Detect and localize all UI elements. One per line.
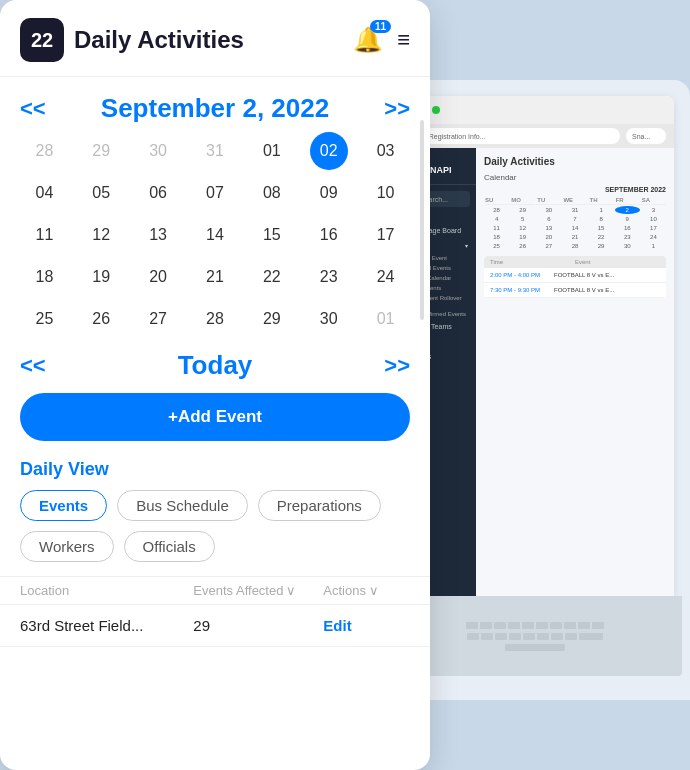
lap-cal-cell: 12	[510, 224, 535, 232]
calendar-day-cell[interactable]: 30	[139, 132, 177, 170]
next-month-button[interactable]: >>	[384, 96, 410, 122]
key	[466, 622, 478, 629]
edit-link[interactable]: Edit	[323, 617, 351, 634]
next-day-button[interactable]: >>	[384, 353, 410, 379]
add-event-button[interactable]: +Add Event	[20, 393, 410, 441]
calendar-day-cell[interactable]: 31	[196, 132, 234, 170]
lap-cal-cell: 27	[536, 242, 561, 250]
filter-pill-officials[interactable]: Officials	[124, 531, 215, 562]
app-title: Daily Activities	[74, 26, 343, 54]
key	[494, 622, 506, 629]
lap-cal-grid: SUMOTUWETHFRSA28293031123456789101112131…	[484, 196, 666, 250]
calendar-day-cell[interactable]: 12	[82, 216, 120, 254]
calendar-day-cell[interactable]: 28	[25, 132, 63, 170]
lap-cal-cell: 16	[615, 224, 640, 232]
calendar-day-cell[interactable]: 08	[253, 174, 291, 212]
lap-cal-cell: 21	[562, 233, 587, 241]
lap-cal-cell: 24	[641, 233, 666, 241]
filter-pill-events[interactable]: Events	[20, 490, 107, 521]
calendar-day-cell[interactable]: 05	[82, 174, 120, 212]
prev-day-button[interactable]: <<	[20, 353, 46, 379]
current-month-title: September 2, 2022	[101, 93, 329, 124]
lap-cal-day-header: WE	[562, 196, 587, 205]
calendar-day-cell[interactable]: 16	[310, 216, 348, 254]
calendar-week-row: 25262728293001	[16, 300, 414, 338]
calendar-day-cell[interactable]: 21	[196, 258, 234, 296]
spacebar	[505, 644, 565, 651]
calendar-day-cell[interactable]: 23	[310, 258, 348, 296]
key	[480, 622, 492, 629]
key	[508, 622, 520, 629]
key	[522, 622, 534, 629]
calendar-day-cell[interactable]: 13	[139, 216, 177, 254]
filter-pill-preparations[interactable]: Preparations	[258, 490, 381, 521]
calendar-day-cell[interactable]: 17	[367, 216, 405, 254]
key	[579, 633, 603, 640]
calendar-day-cell[interactable]: 02	[310, 132, 348, 170]
key	[536, 622, 548, 629]
key	[578, 622, 590, 629]
app-logo: 22	[20, 18, 64, 62]
lap-cal-cell: 1	[589, 206, 614, 214]
lap-cal-cell: 23	[615, 233, 640, 241]
lap-cal-cell: 22	[589, 233, 614, 241]
hamburger-menu[interactable]: ≡	[397, 27, 410, 53]
lap-cal-cell: 18	[484, 233, 509, 241]
scrollbar[interactable]	[420, 120, 424, 320]
lap-cal-cell: 19	[510, 233, 535, 241]
calendar-day-cell[interactable]: 14	[196, 216, 234, 254]
calendar-day-cell[interactable]: 29	[82, 132, 120, 170]
calendar-grid: 2829303101020304050607080910111213141516…	[0, 132, 430, 338]
calendar-day-cell[interactable]: 09	[310, 174, 348, 212]
lap-cal-cell: 7	[562, 215, 587, 223]
calendar-day-cell[interactable]: 11	[25, 216, 63, 254]
calendar-day-cell[interactable]: 10	[367, 174, 405, 212]
maximize-dot	[432, 106, 440, 114]
calendar-day-cell[interactable]: 01	[253, 132, 291, 170]
lap-cal-cell: 2	[615, 206, 640, 214]
lap-cal-day-header: MO	[510, 196, 535, 205]
calendar-day-cell[interactable]: 20	[139, 258, 177, 296]
sort-icon: ∨	[286, 583, 296, 598]
calendar-day-cell[interactable]: 19	[82, 258, 120, 296]
logo-icon: 22	[31, 29, 53, 52]
filter-pill-workers[interactable]: Workers	[20, 531, 114, 562]
laptop-top-bar	[396, 96, 674, 124]
calendar-day-cell[interactable]: 06	[139, 174, 177, 212]
calendar-day-cell[interactable]: 30	[310, 300, 348, 338]
lap-cal-cell: 9	[615, 215, 640, 223]
calendar-day-cell[interactable]: 24	[367, 258, 405, 296]
table-header: Location Events Affected ∨ Actions ∨	[0, 576, 430, 605]
prev-month-button[interactable]: <<	[20, 96, 46, 122]
lap-table-header: Time Event	[484, 256, 666, 268]
calendar-day-cell[interactable]: 27	[139, 300, 177, 338]
actions-cell: Edit	[323, 617, 410, 634]
lap-cal-cell: 30	[615, 242, 640, 250]
calendar-day-cell[interactable]: 03	[367, 132, 405, 170]
calendar-day-cell[interactable]: 28	[196, 300, 234, 338]
calendar-day-cell[interactable]: 04	[25, 174, 63, 212]
browser-url: Registration Info...	[423, 128, 620, 144]
lap-cal-cell: 11	[484, 224, 509, 232]
calendar-day-cell[interactable]: 29	[253, 300, 291, 338]
lap-cal-cell: 28	[484, 206, 509, 214]
today-row: << Today >>	[0, 342, 430, 393]
laptop-screen: ◂ ▸ Registration Info... Sna... S SNAPI …	[396, 96, 674, 596]
calendar-day-cell[interactable]: 26	[82, 300, 120, 338]
calendar-day-cell[interactable]: 15	[253, 216, 291, 254]
actions-header: Actions ∨	[323, 583, 410, 598]
key	[565, 633, 577, 640]
sort-icon: ∨	[369, 583, 379, 598]
browser-bar: ◂ ▸ Registration Info... Sna...	[396, 124, 674, 148]
lap-event-rows: 2:00 PM - 4:00 PM FOOTBALL 8 V vs E... 7…	[484, 268, 666, 298]
lap-event-row: 7:30 PM - 9:30 PM FOOTBALL 8 V vs E...	[484, 283, 666, 298]
filter-pill-bus-schedule[interactable]: Bus Schedule	[117, 490, 248, 521]
calendar-day-cell[interactable]: 25	[25, 300, 63, 338]
calendar-day-cell[interactable]: 07	[196, 174, 234, 212]
calendar-day-cell[interactable]: 22	[253, 258, 291, 296]
key	[481, 633, 493, 640]
calendar-day-cell[interactable]: 18	[25, 258, 63, 296]
keyboard-row2	[467, 633, 603, 640]
calendar-day-cell[interactable]: 01	[367, 300, 405, 338]
notification-bell[interactable]: 🔔 11	[353, 26, 383, 54]
